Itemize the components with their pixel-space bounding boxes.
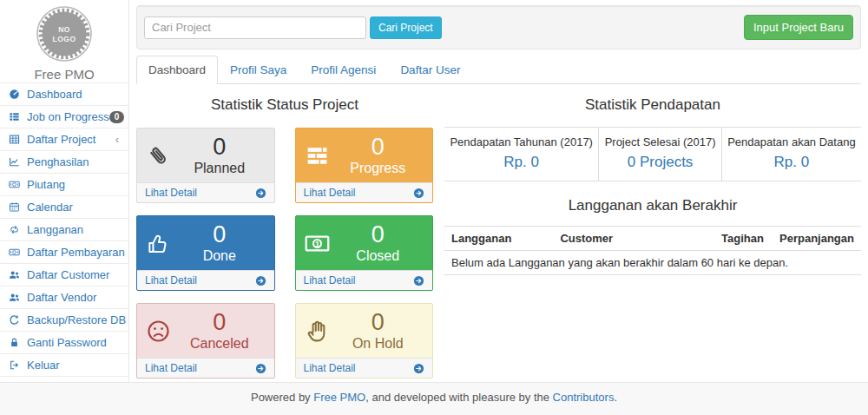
progress-label: Progress	[332, 161, 424, 176]
stat-header: Pendapatan akan Datang	[721, 128, 861, 152]
chevron-left-icon: ‹	[115, 134, 122, 145]
sidebar-item-daftar-vendor[interactable]: Daftar Vendor	[0, 287, 128, 309]
paperclip-icon	[146, 143, 174, 168]
card-canceled: 0 Canceled Lihat Detail	[136, 303, 275, 379]
arrow-circle-right-icon[interactable]	[255, 363, 266, 374]
job-count-badge: 0	[109, 111, 125, 123]
tasks-icon	[305, 143, 332, 168]
footer-text: , and developed with pleasure by the	[365, 391, 552, 404]
canceled-detail-footer[interactable]: Lihat Detail	[137, 358, 274, 378]
stat-value: 0 Projects	[599, 151, 722, 181]
frown-icon	[146, 319, 174, 344]
status-cards-grid: 0 Planned Lihat Detail	[136, 128, 433, 379]
sidebar: NO LOGO Free PMO Dashboard Job on Progre…	[0, 0, 129, 382]
stat-value: Rp. 0	[721, 151, 861, 181]
closed-detail-footer[interactable]: Lihat Detail	[296, 270, 433, 290]
table-icon	[9, 134, 23, 146]
income-stats-table: Pendapatan Tahunan (2017) Project Selesa…	[444, 127, 861, 181]
money-icon	[9, 247, 23, 259]
users-icon	[9, 269, 23, 281]
footer-text: .	[614, 391, 617, 404]
closed-label: Closed	[332, 248, 424, 264]
subscription-section-title: Langganan akan Berakhir	[444, 197, 861, 214]
arrow-circle-right-icon[interactable]	[255, 275, 266, 287]
line-chart-icon	[9, 156, 23, 168]
card-progress: 0 Progress Lihat Detail	[295, 128, 434, 203]
sidebar-item-dashboard[interactable]: Dashboard	[0, 83, 128, 106]
tab-dashboard[interactable]: Dashboard	[136, 56, 218, 84]
app-body: NO LOGO Free PMO Dashboard Job on Progre…	[0, 0, 868, 382]
lihat-detail-link[interactable]: Lihat Detail	[145, 187, 197, 199]
sidebar-item-piutang[interactable]: Piutang	[0, 174, 128, 196]
subscription-table: Langganan Customer Tagihan Perpanjangan …	[444, 226, 861, 275]
arrow-circle-right-icon[interactable]	[413, 275, 424, 287]
card-planned: 0 Planned Lihat Detail	[136, 128, 275, 203]
card-on-hold: 0 On Hold Lihat Detail	[295, 303, 434, 379]
column-header: Langganan	[444, 227, 553, 251]
column-header: Tagihan	[714, 227, 773, 251]
brand-name: Free PMO	[0, 67, 128, 82]
hand-icon	[305, 319, 332, 344]
logo-text-line1: NO	[58, 25, 70, 34]
arrow-circle-right-icon[interactable]	[413, 363, 424, 374]
refresh-icon	[9, 314, 23, 326]
onhold-detail-footer[interactable]: Lihat Detail	[296, 358, 433, 378]
sidebar-item-daftar-project[interactable]: Daftar Project ‹	[0, 128, 128, 151]
lihat-detail-link[interactable]: Lihat Detail	[145, 274, 197, 287]
arrow-circle-right-icon[interactable]	[255, 188, 266, 199]
canceled-count: 0	[174, 309, 266, 336]
tab-daftar-user[interactable]: Daftar User	[388, 56, 472, 84]
canceled-label: Canceled	[174, 336, 266, 352]
income-section-title: Statistik Pendapatan	[444, 96, 861, 114]
money-bill-icon: 1	[305, 231, 332, 256]
contributors-link[interactable]: Contributors	[553, 391, 615, 404]
main-content: Cari Project Input Project Baru Dashboar…	[129, 0, 868, 382]
no-logo-badge: NO LOGO	[36, 5, 93, 63]
lihat-detail-link[interactable]: Lihat Detail	[304, 274, 356, 287]
income-section: Statistik Pendapatan Pendapatan Tahunan …	[433, 96, 861, 379]
tab-profil-agensi[interactable]: Profil Agensi	[299, 56, 388, 84]
arrow-circle-right-icon[interactable]	[413, 188, 424, 199]
status-section-title: Statistik Status Project	[136, 96, 433, 114]
done-count: 0	[174, 221, 266, 248]
users-icon	[9, 292, 23, 304]
search-input[interactable]	[144, 16, 366, 39]
tab-profil-saya[interactable]: Profil Saya	[218, 56, 299, 84]
done-label: Done	[174, 248, 266, 264]
stat-header: Pendapatan Tahunan (2017)	[444, 128, 599, 152]
sidebar-item-backup-restore-db[interactable]: Backup/Restore DB	[0, 309, 128, 332]
project-search-bar: Cari Project Input Project Baru	[136, 5, 861, 49]
new-project-button[interactable]: Input Project Baru	[744, 15, 853, 40]
planned-count: 0	[174, 134, 266, 161]
column-header: Perpanjangan	[773, 227, 861, 251]
progress-count: 0	[332, 134, 424, 161]
empty-subscriptions-message: Belum ada Langganan yang akan berakhir d…	[444, 251, 861, 275]
lihat-detail-link[interactable]: Lihat Detail	[145, 362, 197, 374]
planned-label: Planned	[174, 161, 266, 176]
sidebar-item-daftar-customer[interactable]: Daftar Customer	[0, 264, 128, 287]
list-icon	[9, 111, 23, 123]
sidebar-item-keluar[interactable]: Keluar	[0, 354, 128, 377]
sidebar-item-calendar[interactable]: Calendar	[0, 196, 128, 219]
done-detail-footer[interactable]: Lihat Detail	[137, 270, 274, 290]
dashboard-icon	[9, 89, 23, 101]
sidebar-item-daftar-pembayaran[interactable]: Daftar Pembayaran	[0, 241, 128, 264]
lihat-detail-link[interactable]: Lihat Detail	[304, 362, 356, 374]
closed-count: 0	[332, 221, 424, 248]
tab-bar: Dashboard Profil Saya Profil Agensi Daft…	[136, 56, 861, 84]
sign-out-icon	[9, 359, 23, 372]
retweet-icon	[9, 224, 23, 236]
sidebar-item-langganan[interactable]: Langganan	[0, 219, 128, 241]
brand-block: NO LOGO Free PMO	[0, 0, 128, 82]
logo-text-line2: LOGO	[52, 35, 76, 43]
planned-detail-footer[interactable]: Lihat Detail	[137, 182, 274, 202]
sidebar-item-penghasilan[interactable]: Penghasilan	[0, 151, 128, 174]
progress-detail-footer[interactable]: Lihat Detail	[296, 182, 433, 202]
stat-value: Rp. 0	[444, 151, 599, 181]
status-section: Statistik Status Project 0 Planned Lihat…	[136, 96, 433, 379]
sidebar-item-ganti-password[interactable]: Ganti Password	[0, 332, 128, 354]
lihat-detail-link[interactable]: Lihat Detail	[304, 187, 356, 199]
search-button[interactable]: Cari Project	[370, 16, 442, 39]
sidebar-item-job-on-progress[interactable]: Job on Progress 0	[0, 106, 128, 128]
free-pmo-link[interactable]: Free PMO	[313, 391, 365, 404]
